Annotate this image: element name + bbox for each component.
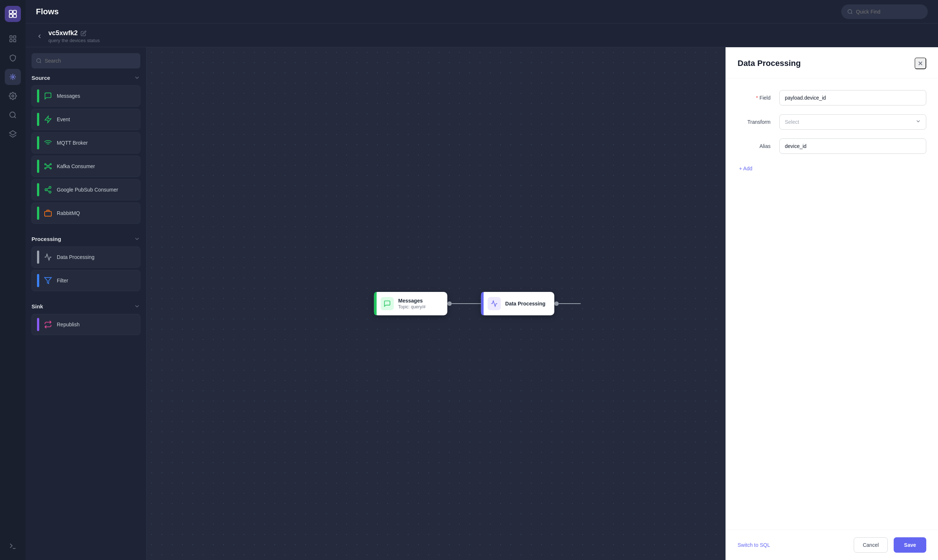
event-icon [43, 114, 53, 125]
canvas-node-data-processing[interactable]: Data Processing [481, 292, 554, 315]
switch-sql-button[interactable]: Switch to SQL [738, 542, 770, 548]
messages-bar [37, 89, 39, 103]
svg-point-8 [12, 76, 14, 78]
transform-select[interactable]: Select [779, 114, 926, 130]
flow-info: vc5xwfk2 query the devices status [48, 29, 100, 43]
republish-bar [37, 318, 39, 331]
mqtt-icon [43, 138, 53, 148]
svg-marker-11 [9, 131, 16, 135]
node-item-republish[interactable]: Republish [31, 314, 140, 335]
left-panel: Source [26, 47, 146, 560]
processing-section-header[interactable]: Processing [31, 234, 140, 243]
right-panel-title: Data Processing [738, 58, 801, 68]
svg-point-27 [49, 191, 51, 193]
sink-section-header[interactable]: Sink [31, 302, 140, 311]
svg-line-29 [47, 188, 49, 189]
kafka-bar [37, 160, 39, 173]
node-label-rabbitmq: RabbitMQ [57, 210, 80, 216]
transform-row: Transform Select [738, 114, 926, 130]
nav-dashboard[interactable] [5, 31, 21, 47]
flow-canvas[interactable]: Messages Topic: query/# [146, 47, 725, 560]
close-icon [917, 60, 924, 67]
nav-terminal[interactable] [5, 538, 21, 554]
kafka-icon [43, 161, 53, 171]
connector-2 [554, 302, 581, 306]
svg-rect-3 [13, 14, 17, 18]
node-label-mqtt: MQTT Broker [57, 140, 88, 146]
transform-label: Transform [738, 119, 770, 125]
panel-search[interactable] [31, 53, 140, 68]
cancel-button[interactable]: Cancel [854, 537, 888, 553]
global-search[interactable] [841, 5, 928, 19]
node-item-kafka[interactable]: Kafka Consumer [31, 155, 140, 177]
svg-line-23 [46, 167, 48, 168]
save-button[interactable]: Save [894, 537, 926, 553]
edit-flow-icon[interactable] [81, 31, 86, 36]
alias-label: Alias [738, 143, 770, 149]
app-logo [5, 6, 21, 22]
right-panel: Data Processing Field [725, 47, 938, 560]
flow-description: query the devices status [48, 38, 100, 43]
nav-search[interactable] [5, 107, 21, 123]
node-item-mqtt[interactable]: MQTT Broker [31, 132, 140, 154]
transform-select-wrapper: Select [779, 114, 926, 130]
pubsub-bar [37, 183, 39, 196]
mqtt-bar [37, 136, 39, 149]
svg-marker-15 [45, 116, 51, 123]
event-bar [37, 113, 39, 126]
processing-label: Processing [31, 236, 61, 242]
sink-label: Sink [31, 303, 43, 309]
svg-point-10 [10, 112, 15, 118]
flow-sub-header: vc5xwfk2 query the devices status [26, 23, 938, 47]
connector-1 [447, 302, 481, 306]
node-label-pubsub: Google PubSub Consumer [57, 187, 118, 193]
add-field-button[interactable]: + Add [738, 163, 754, 174]
svg-rect-1 [13, 10, 17, 14]
pubsub-icon [43, 185, 53, 195]
node-left-bar-messages [374, 292, 377, 315]
svg-rect-0 [9, 10, 12, 14]
filter-bar [37, 274, 39, 287]
node-item-pubsub[interactable]: Google PubSub Consumer [31, 179, 140, 200]
svg-point-17 [45, 164, 46, 165]
nav-settings[interactable] [5, 88, 21, 104]
node-left-bar-dp [481, 292, 484, 315]
svg-line-28 [47, 190, 49, 192]
svg-rect-5 [14, 36, 16, 38]
alias-input[interactable] [779, 138, 926, 154]
node-item-rabbitmq[interactable]: RabbitMQ [31, 203, 140, 224]
field-label: Field [738, 95, 770, 101]
field-input[interactable] [779, 90, 926, 106]
canvas-node-messages-sub: Topic: query/# [398, 305, 426, 309]
processing-node-list: Data Processing Filter [31, 246, 140, 291]
alias-row: Alias [738, 138, 926, 154]
svg-line-22 [49, 165, 50, 166]
source-section-header[interactable]: Source [31, 73, 140, 82]
data-processing-bar [37, 251, 39, 264]
svg-line-24 [49, 167, 50, 168]
node-item-filter[interactable]: Filter [31, 270, 140, 291]
panel-search-input[interactable] [45, 58, 136, 64]
back-button[interactable] [34, 31, 45, 42]
svg-rect-2 [9, 14, 12, 18]
nav-integration[interactable] [5, 69, 21, 85]
nav-bottom [5, 538, 21, 554]
source-chevron-icon [134, 74, 140, 81]
flow-container: vc5xwfk2 query the devices status [26, 23, 938, 560]
node-item-messages[interactable]: Messages [31, 85, 140, 106]
canvas-node-messages[interactable]: Messages Topic: query/# [374, 292, 447, 315]
nav-shield[interactable] [5, 50, 21, 66]
nav-layers[interactable] [5, 126, 21, 142]
source-label: Source [31, 75, 50, 81]
node-label-filter: Filter [57, 278, 68, 283]
svg-point-18 [50, 164, 52, 165]
close-panel-button[interactable] [915, 57, 926, 69]
processing-section: Processing [31, 234, 140, 291]
svg-line-21 [46, 165, 48, 166]
global-search-input[interactable] [856, 9, 922, 15]
node-item-event[interactable]: Event [31, 109, 140, 130]
node-label-event: Event [57, 117, 70, 122]
node-item-data-processing[interactable]: Data Processing [31, 246, 140, 268]
source-node-list: Messages Event [31, 85, 140, 224]
svg-marker-31 [45, 278, 51, 284]
